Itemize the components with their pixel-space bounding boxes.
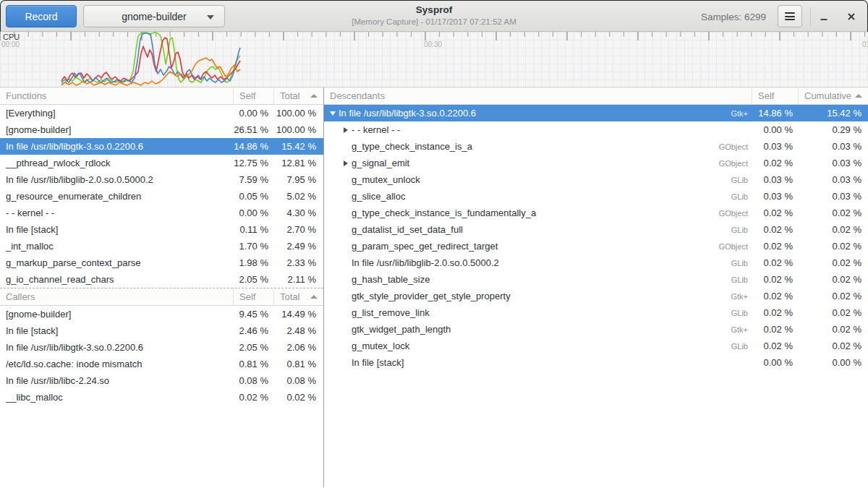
process-selector-value: gnome-builder [122,11,187,22]
descendant-row[interactable]: g_datalist_id_set_data_fullGLib0.02 %0.0… [324,221,868,238]
self-value: 0.00 % [234,207,274,218]
caller-row[interactable]: /etc/ld.so.cache: inode mismatch0.81 %0.… [0,356,323,372]
self-value: 0.00 % [752,357,799,368]
expander-closed-icon[interactable] [340,160,352,166]
descendant-name: g_mutex_lock [352,341,409,351]
function-name: In file [stack] [0,224,234,235]
library-tag: GObject [719,142,752,151]
function-name: g_resource_enumerate_children [0,191,234,202]
total-value: 5.02 % [274,191,323,202]
function-name: In file [stack] [0,325,234,336]
descendant-row[interactable]: g_slice_allocGLib0.03 %0.03 % [324,188,868,205]
column-header-functions[interactable]: Functions [0,87,234,104]
function-row[interactable]: __pthread_rwlock_rdlock12.75 %12.81 % [0,155,323,171]
caller-row[interactable]: In file /usr/lib/libgtk-3.so.0.2200.62.0… [0,339,323,356]
column-header-descendants[interactable]: Descendants [324,87,752,104]
descendant-name-cell: g_datalist_id_set_data_fullGLib [324,224,752,235]
caller-row[interactable]: [gnome-builder]9.45 %14.49 % [0,306,323,322]
total-value: 100.00 % [274,108,323,119]
function-row[interactable]: [Everything]0.00 %100.00 % [0,105,323,121]
column-header-callers[interactable]: Callers [0,288,234,305]
descendant-row[interactable]: In file /usr/lib/libglib-2.0.so.0.5000.2… [324,254,868,271]
descendant-name: g_datalist_id_set_data_full [352,224,463,235]
function-row[interactable]: In file [stack]0.11 %2.70 % [0,221,323,238]
function-row[interactable]: g_io_channel_read_chars2.05 %2.11 % [0,271,323,288]
column-header-self[interactable]: Self [234,87,274,104]
caller-row[interactable]: In file /usr/lib/libc-2.24.so0.08 %0.08 … [0,372,323,389]
descendant-row[interactable]: In file /usr/lib/libgtk-3.so.0.2200.6Gtk… [324,105,868,121]
descendant-name: In file /usr/lib/libglib-2.0.so.0.5000.2 [352,257,499,268]
descendant-row[interactable]: g_list_remove_linkGLib0.02 %0.02 % [324,304,868,321]
cumulative-value: 0.02 % [799,241,868,252]
library-tag: GLib [731,309,752,317]
triangle-right-icon [344,160,348,166]
descendant-name-cell: gtk_style_provider_get_style_propertyGtk… [324,291,752,301]
self-value: 0.02 % [752,324,799,335]
descendant-row[interactable]: gtk_widget_path_lengthGtk+0.02 %0.02 % [324,321,868,338]
descendant-name: In file [stack] [352,357,404,368]
column-header-self[interactable]: Self [234,288,274,305]
caller-row[interactable]: __libc_malloc0.02 %0.02 % [0,389,323,406]
descendant-name: - - kernel - - [352,124,400,135]
library-tag: Gtk+ [731,109,752,118]
time-label: 00:30 [424,40,442,48]
expander-closed-icon[interactable] [340,127,352,133]
function-row[interactable]: _int_malloc1.70 %2.49 % [0,238,323,254]
cumulative-value: 0.03 % [799,191,868,202]
cpu-usage-graph[interactable]: CPU 00:0000:3001:00 [0,32,868,87]
function-row[interactable]: In file /usr/lib/libgtk-3.so.0.2200.614.… [0,138,323,155]
function-row[interactable]: - - kernel - -0.00 %4.30 % [0,205,323,221]
total-value: 0.02 % [274,392,323,403]
minimize-button[interactable] [812,5,835,27]
descendant-row[interactable]: g_mutex_lockGLib0.02 %0.02 % [324,338,868,354]
function-name: - - kernel - - [0,207,234,218]
cumulative-value: 0.02 % [799,257,868,268]
descendant-row[interactable]: - - kernel - -0.00 %0.29 % [324,121,868,138]
self-value: 0.02 % [752,307,799,318]
descendant-row[interactable]: In file [stack]0.00 %0.00 % [324,354,868,371]
descendant-row[interactable]: g_type_check_instance_is_fundamentally_a… [324,205,868,221]
column-header-self[interactable]: Self [752,87,799,104]
function-row[interactable]: In file /usr/lib/libglib-2.0.so.0.5000.2… [0,171,323,188]
function-row[interactable]: [gnome-builder]26.51 %100.00 % [0,121,323,138]
expander-open-icon[interactable] [327,111,339,116]
functions-list: [Everything]0.00 %100.00 %[gnome-builder… [0,105,323,288]
self-value: 0.02 % [752,207,799,218]
column-header-cumulative[interactable]: Cumulative [799,87,868,104]
descendant-name-cell: g_type_check_instance_is_fundamentally_a… [324,207,752,218]
self-value: 0.00 % [752,124,799,135]
self-value: 0.11 % [234,224,274,235]
column-header-total[interactable]: Total [274,87,323,104]
cumulative-value: 0.02 % [799,224,868,235]
caller-row[interactable]: In file [stack]2.46 %2.48 % [0,322,323,339]
descendant-name: g_hash_table_size [352,274,430,285]
total-value: 2.49 % [274,241,323,252]
descendant-row[interactable]: g_hash_table_sizeGLib0.02 %0.02 % [324,271,868,288]
column-header-total[interactable]: Total [274,288,323,305]
descendant-name: g_signal_emit [352,158,409,168]
function-row[interactable]: g_resource_enumerate_children0.05 %5.02 … [0,188,323,205]
sort-ascending-icon [855,94,862,98]
descendant-name-cell: g_list_remove_linkGLib [324,307,752,318]
close-button[interactable] [840,5,863,27]
descendant-name-cell: In file /usr/lib/libgtk-3.so.0.2200.6Gtk… [324,108,752,119]
self-value: 0.02 % [752,341,799,351]
function-name: [Everything] [0,108,234,119]
menu-button[interactable] [778,5,802,27]
cumulative-value: 0.00 % [799,357,868,368]
descendant-name: g_list_remove_link [352,307,430,318]
descendant-row[interactable]: gtk_style_provider_get_style_propertyGtk… [324,288,868,304]
function-name: /etc/ld.so.cache: inode mismatch [0,359,234,369]
descendant-row[interactable]: g_mutex_unlockGLib0.03 %0.03 % [324,171,868,188]
record-button[interactable]: Record [6,5,77,27]
functions-column-header: Functions Self Total [0,87,323,105]
descendant-row[interactable]: g_signal_emitGObject0.02 %0.03 % [324,155,868,171]
descendant-name-cell: - - kernel - - [324,124,752,135]
process-selector-dropdown[interactable]: gnome-builder [83,5,225,27]
descendants-pane: Descendants Self Cumulative In file /usr… [324,87,868,487]
cumulative-value: 0.03 % [799,141,868,152]
library-tag: GLib [731,176,752,184]
descendant-row[interactable]: g_param_spec_get_redirect_targetGObject0… [324,238,868,254]
descendant-row[interactable]: g_type_check_instance_is_aGObject0.03 %0… [324,138,868,155]
function-row[interactable]: g_markup_parse_context_parse1.98 %2.33 % [0,254,323,271]
